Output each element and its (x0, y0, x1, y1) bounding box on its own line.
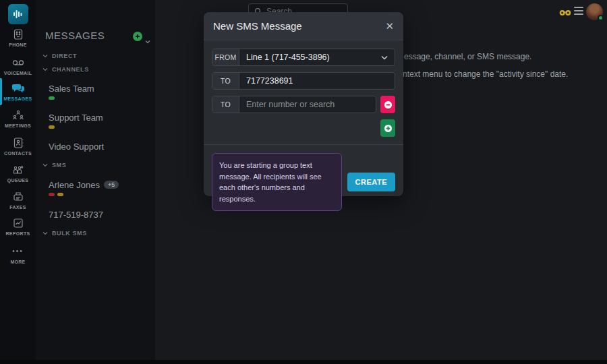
channel-support-team[interactable]: Support Team (49, 113, 103, 129)
messages-sidebar: MESSAGES DIRECT CHANNELS Sales Team (36, 0, 155, 364)
to-input-2[interactable] (239, 96, 376, 113)
sms-conversation-arlene-jones[interactable]: Arlene Jones+5 (49, 180, 119, 196)
channel-name: Video Support (49, 142, 104, 152)
modal-title: New SMS Message (213, 20, 302, 32)
chat-bubbles-icon (0, 82, 36, 94)
to-label: TO (212, 96, 239, 113)
plus-icon (135, 34, 140, 39)
from-label: FROM (212, 49, 239, 65)
channel-sales-team[interactable]: Sales Team (49, 84, 94, 100)
chevron-down-icon (42, 231, 48, 235)
minus-circle-icon (384, 100, 393, 109)
rail-item-label: REPORTS (0, 231, 36, 236)
rail-item-phone[interactable]: PHONE (0, 28, 36, 47)
modal-body: FROM Line 1 (717-455-3896) TO (204, 40, 403, 219)
app-window: PHONE VOICEMAIL MESSAGES (0, 0, 607, 364)
contacts-book-icon (0, 137, 36, 149)
status-dot-yellow (57, 193, 63, 196)
reports-chart-icon (0, 217, 36, 229)
conversation-name: 717-519-8737 (49, 210, 103, 220)
rail-item-messages[interactable]: MESSAGES (0, 82, 36, 101)
rail-item-label: PHONE (0, 42, 36, 47)
rail-item-label: VOICEMAIL (0, 71, 36, 75)
rail-item-meetings[interactable]: MEETINGS (0, 109, 36, 128)
from-value: Line 1 (717-455-3896) (239, 49, 381, 65)
main-hint-line-2: ntext menu to change the "activity since… (403, 69, 568, 79)
section-sms[interactable]: SMS (42, 162, 66, 169)
status-dot-green (49, 96, 55, 100)
nav-rail: PHONE VOICEMAIL MESSAGES (0, 0, 36, 364)
chevron-down-icon (381, 49, 395, 65)
user-avatar[interactable] (586, 3, 603, 20)
close-icon[interactable]: ✕ (385, 21, 394, 31)
rail-item-queues[interactable]: QUEUES (0, 164, 36, 183)
conversation-name: Arlene Jones+5 (49, 180, 119, 190)
contact-name: Arlene Jones (49, 180, 100, 190)
new-message-caret[interactable] (145, 34, 150, 47)
remove-recipient-button[interactable] (380, 96, 395, 113)
to-input-1[interactable] (239, 73, 395, 89)
new-message-button[interactable] (133, 32, 142, 41)
queues-people-icon (0, 164, 36, 176)
rail-item-label: CONTACTS (0, 151, 36, 156)
count-badge: +5 (104, 181, 119, 189)
rail-item-faxes[interactable]: FAXES (0, 191, 36, 210)
rail-item-label: QUEUES (0, 178, 36, 183)
chevron-down-icon (145, 40, 150, 44)
create-button[interactable]: CREATE (347, 173, 395, 191)
rail-item-contacts[interactable]: CONTACTS (0, 137, 36, 156)
chevron-down-icon (42, 163, 48, 167)
meetings-people-icon (0, 109, 36, 121)
section-label: BULK SMS (52, 230, 87, 237)
section-bulk-sms[interactable]: BULK SMS (42, 230, 87, 237)
glasses-icon[interactable] (559, 7, 571, 19)
channel-name: Sales Team (49, 84, 94, 94)
new-sms-modal: New SMS Message ✕ FROM Line 1 (717-455-3… (204, 12, 403, 196)
rail-item-label: MEETINGS (0, 123, 36, 128)
section-direct[interactable]: DIRECT (42, 53, 77, 59)
modal-footer: You are starting a group text message. A… (212, 145, 395, 219)
rail-item-label: FAXES (0, 205, 36, 210)
main-hint-line-1: essage, channel, or SMS message. (404, 52, 531, 61)
waveform-icon (12, 8, 24, 20)
bottom-edge (0, 360, 607, 364)
plus-circle-icon (384, 124, 393, 133)
group-message-notice: You are starting a group text message. A… (212, 153, 342, 211)
status-dot-red (49, 193, 55, 196)
section-label: DIRECT (52, 53, 77, 59)
channel-video-support[interactable]: Video Support (49, 142, 104, 152)
section-label: SMS (52, 162, 66, 169)
to-label: TO (212, 73, 239, 89)
rail-item-voicemail[interactable]: VOICEMAIL (0, 57, 36, 75)
channel-name: Support Team (49, 113, 103, 123)
to-field-2: TO (212, 96, 376, 113)
add-recipient-button[interactable] (380, 119, 395, 137)
modal-header: New SMS Message ✕ (204, 12, 403, 40)
app-logo[interactable] (8, 4, 28, 24)
dialpad-icon (0, 28, 36, 40)
chevron-down-icon (42, 54, 48, 58)
sms-conversation-number[interactable]: 717-519-8737 (49, 210, 103, 220)
to-field-1: TO (212, 72, 395, 90)
fax-icon (0, 191, 36, 203)
voicemail-icon (0, 57, 36, 69)
rail-item-reports[interactable]: REPORTS (0, 217, 36, 236)
rail-item-label: MORE (0, 260, 36, 264)
from-line-select[interactable]: FROM Line 1 (717-455-3896) (212, 49, 395, 66)
sidebar-title: MESSAGES (45, 30, 105, 41)
hamburger-menu-icon[interactable] (574, 7, 583, 15)
section-label: CHANNELS (52, 66, 89, 73)
ellipsis-icon: ••• (0, 245, 36, 257)
status-dot-yellow (49, 125, 55, 129)
rail-item-more[interactable]: ••• MORE (0, 245, 36, 264)
presence-dot (598, 15, 604, 21)
rail-item-label: MESSAGES (0, 96, 36, 101)
chevron-down-icon (42, 67, 48, 71)
section-channels[interactable]: CHANNELS (42, 66, 89, 73)
